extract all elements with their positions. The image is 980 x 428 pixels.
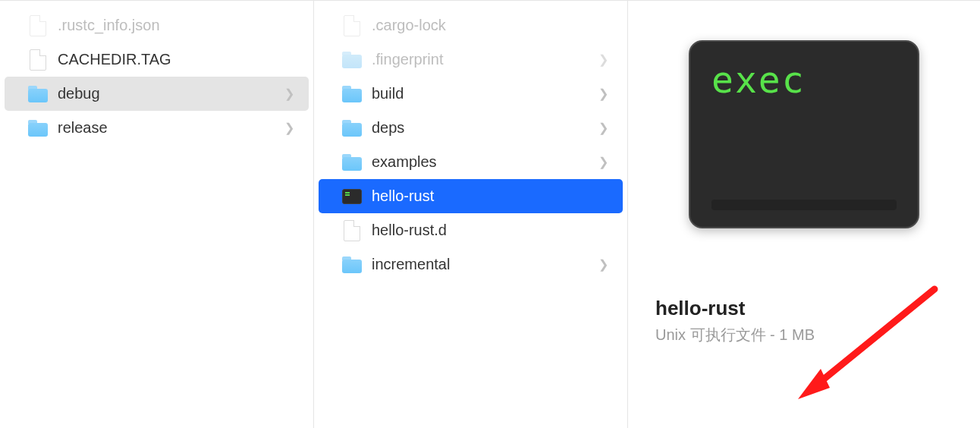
terminal-bottom-bar <box>711 200 897 210</box>
folder-fingerprint[interactable]: .fingerprint ❯ <box>319 42 623 77</box>
preview-pane: exec hello-rust Unix 可执行文件 - 1 MB <box>628 1 980 428</box>
file-icon <box>341 220 363 241</box>
folder-build[interactable]: build ❯ <box>319 77 623 111</box>
file-label: .cargo-lock <box>372 17 609 34</box>
folder-label: build <box>372 85 597 102</box>
executable-icon <box>341 186 363 207</box>
column-1: .rustc_info.json CACHEDIR.TAG debug ❯ re… <box>0 1 314 428</box>
folder-examples[interactable]: examples ❯ <box>319 145 623 179</box>
folder-icon <box>341 83 363 105</box>
file-label: hello-rust <box>372 187 609 205</box>
folder-label: deps <box>372 119 597 137</box>
file-cachedir-tag[interactable]: CACHEDIR.TAG <box>5 42 309 77</box>
folder-label: release <box>58 119 283 137</box>
folder-debug[interactable]: debug ❯ <box>5 77 309 111</box>
file-hello-rust-exec[interactable]: hello-rust <box>319 179 623 213</box>
folder-label: examples <box>372 153 597 171</box>
file-label: CACHEDIR.TAG <box>58 51 295 68</box>
file-icon <box>27 15 49 36</box>
folder-label: .fingerprint <box>372 51 597 68</box>
chevron-right-icon: ❯ <box>597 257 609 272</box>
folder-icon <box>341 152 363 173</box>
file-label: .rustc_info.json <box>58 17 295 34</box>
folder-icon <box>27 83 49 105</box>
file-label: hello-rust.d <box>372 222 609 239</box>
file-icon <box>27 49 49 71</box>
preview-file-name: hello-rust <box>655 297 815 320</box>
folder-release[interactable]: release ❯ <box>5 111 309 145</box>
chevron-right-icon: ❯ <box>597 87 609 101</box>
finder-column-view: .rustc_info.json CACHEDIR.TAG debug ❯ re… <box>0 0 980 428</box>
file-icon <box>341 15 363 36</box>
file-cargo-lock[interactable]: .cargo-lock <box>319 8 623 42</box>
folder-icon <box>341 118 363 139</box>
chevron-right-icon: ❯ <box>283 121 295 135</box>
folder-label: incremental <box>372 256 597 273</box>
exec-badge-text: exec <box>711 58 897 101</box>
exec-preview-icon: exec <box>689 40 919 228</box>
preview-file-info: Unix 可执行文件 - 1 MB <box>655 325 815 345</box>
chevron-right-icon: ❯ <box>283 87 295 101</box>
chevron-right-icon: ❯ <box>597 155 609 169</box>
chevron-right-icon: ❯ <box>597 52 609 67</box>
folder-label: debug <box>58 85 283 102</box>
folder-deps[interactable]: deps ❯ <box>319 111 623 145</box>
file-rustc-info[interactable]: .rustc_info.json <box>5 8 309 42</box>
chevron-right-icon: ❯ <box>597 121 609 135</box>
folder-icon <box>27 118 49 139</box>
folder-icon <box>341 49 363 71</box>
folder-incremental[interactable]: incremental ❯ <box>319 247 623 282</box>
file-hello-rust-d[interactable]: hello-rust.d <box>319 213 623 247</box>
column-2: .cargo-lock .fingerprint ❯ build ❯ deps … <box>314 1 628 428</box>
svg-marker-1 <box>798 369 830 399</box>
folder-icon <box>341 254 363 275</box>
